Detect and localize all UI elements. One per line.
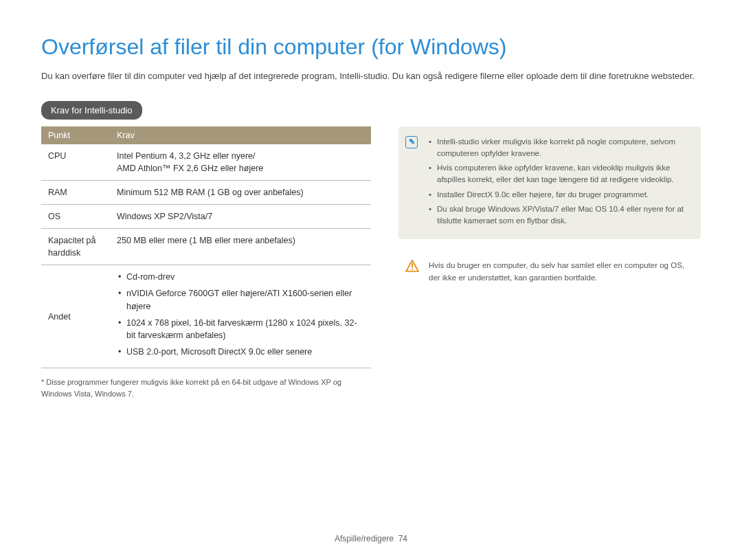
warning-text: Hvis du bruger en computer, du selv har … <box>429 260 690 284</box>
list-item: USB 2.0-port, Microsoft DirectX 9.0c ell… <box>117 346 364 358</box>
table-row: CPU Intel Pentium 4, 3,2 GHz eller nyere… <box>41 144 371 181</box>
page-footer: Afspille/redigere 74 <box>0 534 742 544</box>
requirements-column: Punkt Krav CPU Intel Pentium 4, 3,2 GHz … <box>41 126 371 400</box>
info-icon: ✎ <box>405 136 418 148</box>
table-row: RAM Minimum 512 MB RAM (1 GB og over anb… <box>41 180 371 204</box>
cell-value: 250 MB eller mere (1 MB eller mere anbef… <box>110 229 371 265</box>
svg-point-2 <box>412 269 413 270</box>
info-note-box: ✎ Intelli-studio virker muligvis ikke ko… <box>398 126 701 240</box>
footer-section: Afspille/redigere <box>335 534 394 544</box>
cell-label: CPU <box>41 144 110 181</box>
info-note-item: Installer DirectX 9.0c eller højere, før… <box>429 189 690 201</box>
cell-value: Cd-rom-drev nVIDIA Geforce 7600GT eller … <box>110 265 371 368</box>
footer-page-number: 74 <box>398 534 407 544</box>
cell-label: RAM <box>41 180 110 204</box>
footnote: * Disse programmer fungerer muligvis ikk… <box>41 377 371 399</box>
cell-value: Minimum 512 MB RAM (1 GB og over anbefal… <box>110 180 371 204</box>
cell-label: Andet <box>41 265 110 368</box>
notes-column: ✎ Intelli-studio virker muligvis ikke ko… <box>398 126 701 285</box>
info-note-item: Hvis computeren ikke opfylder kravene, k… <box>429 162 690 186</box>
table-row: Kapacitet på harddisk 250 MB eller mere … <box>41 229 371 265</box>
intro-text: Du kan overføre filer til din computer v… <box>41 69 701 83</box>
list-item: nVIDIA Geforce 7600GT eller højere/ATI X… <box>117 287 364 312</box>
table-header-krav: Krav <box>110 126 371 144</box>
list-item: Cd-rom-drev <box>117 271 364 283</box>
table-header-punkt: Punkt <box>41 126 110 144</box>
list-item: 1024 x 768 pixel, 16-bit farveskærm (128… <box>117 317 364 341</box>
info-note-item: Intelli-studio virker muligvis ikke korr… <box>429 136 690 160</box>
warning-icon <box>405 260 419 272</box>
cell-label: OS <box>41 204 110 228</box>
requirements-table: Punkt Krav CPU Intel Pentium 4, 3,2 GHz … <box>41 126 371 369</box>
table-row: Andet Cd-rom-drev nVIDIA Geforce 7600GT … <box>41 265 371 368</box>
warning-box: Hvis du bruger en computer, du selv har … <box>398 258 701 285</box>
info-note-item: Du skal bruge Windows XP/Vista/7 eller M… <box>429 203 690 227</box>
cell-value: Windows XP SP2/Vista/7 <box>110 204 371 228</box>
section-heading-pill: Krav for Intelli-studio <box>41 101 142 120</box>
table-row: OS Windows XP SP2/Vista/7 <box>41 204 371 228</box>
cell-value: Intel Pentium 4, 3,2 GHz eller nyere/ AM… <box>110 144 371 181</box>
page-title: Overførsel af filer til din computer (fo… <box>41 34 701 60</box>
cell-label: Kapacitet på harddisk <box>41 229 110 265</box>
